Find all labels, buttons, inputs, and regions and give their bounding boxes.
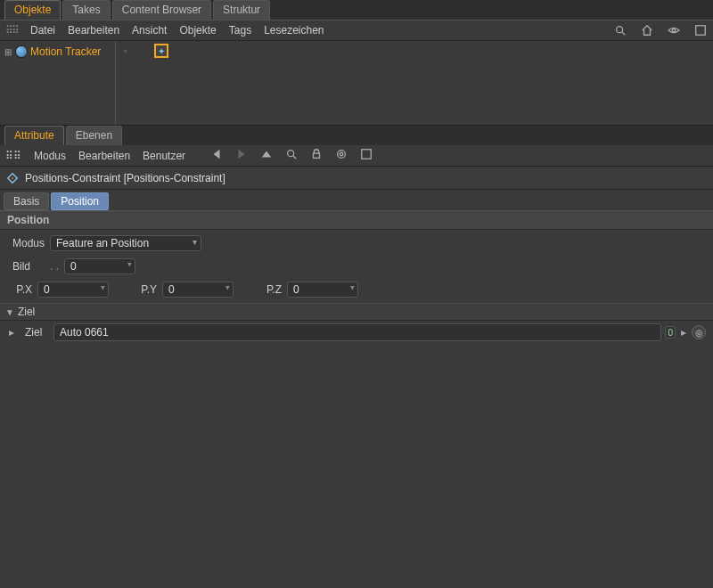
object-label: Motion Tracker bbox=[30, 45, 101, 58]
eye-icon[interactable] bbox=[667, 23, 681, 37]
section-position: Position bbox=[0, 210, 713, 230]
twisty-down-icon[interactable]: ▼ bbox=[5, 307, 14, 317]
lock-icon[interactable] bbox=[310, 148, 323, 163]
label-modus: Modus bbox=[7, 237, 45, 249]
back-icon[interactable] bbox=[210, 148, 223, 163]
tab-position[interactable]: Position bbox=[51, 192, 109, 210]
menu-bearbeiten[interactable]: Bearbeiten bbox=[78, 150, 130, 162]
layer-dot-icon[interactable]: ◦ bbox=[119, 45, 132, 57]
forward-icon[interactable] bbox=[235, 148, 248, 163]
constraint-icon bbox=[5, 171, 20, 185]
row-position-vector: P.X 0 P.Y 0 P.Z 0 bbox=[7, 280, 706, 299]
chevron-right-icon[interactable]: ▸ bbox=[679, 326, 688, 339]
attribute-inner-tabs: Basis Position bbox=[0, 190, 713, 210]
svg-point-4 bbox=[288, 151, 294, 157]
svg-point-2 bbox=[672, 29, 676, 32]
constraint-tag-icon[interactable]: ✦ bbox=[155, 45, 168, 57]
menu-benutzer[interactable]: Benutzer bbox=[143, 150, 185, 162]
grip-icon[interactable]: ⠿⠿ bbox=[5, 150, 21, 162]
expand-toggle-icon[interactable]: ⊞ bbox=[4, 47, 12, 57]
row-ziel: ▸ Ziel Auto 0661 0 ▸ ◎ bbox=[0, 321, 713, 344]
menu-modus[interactable]: Modus bbox=[34, 150, 66, 162]
menu-tags[interactable]: Tags bbox=[229, 24, 251, 37]
row-bild: Bild . . 0 bbox=[7, 257, 706, 276]
svg-point-7 bbox=[338, 151, 346, 159]
tab-takes[interactable]: Takes bbox=[62, 0, 110, 20]
attribute-menubar: ⠿⠿ Modus Bearbeiten Benutzer bbox=[0, 145, 713, 167]
menu-datei[interactable]: Datei bbox=[30, 24, 55, 37]
row-modus: Modus Feature an Position bbox=[7, 233, 706, 253]
ziel-link-field[interactable]: Auto 0661 bbox=[53, 323, 661, 341]
modus-dropdown[interactable]: Feature an Position bbox=[50, 235, 201, 251]
grip-icon[interactable]: ⠿⠿ bbox=[5, 24, 18, 37]
object-tree[interactable]: ⊞ Motion Tracker bbox=[0, 41, 116, 125]
up-icon[interactable] bbox=[260, 148, 273, 163]
tab-ebenen[interactable]: Ebenen bbox=[66, 126, 122, 145]
object-manager-body: ⊞ Motion Tracker ◦ ✦ bbox=[0, 41, 713, 126]
label-px: P.X bbox=[7, 283, 32, 296]
svg-rect-3 bbox=[696, 26, 706, 36]
maximize-icon[interactable] bbox=[360, 148, 373, 163]
menu-objekte[interactable]: Objekte bbox=[179, 24, 216, 37]
tab-attribute[interactable]: Attribute bbox=[4, 126, 64, 145]
expand-toggle-icon[interactable]: ▸ bbox=[7, 326, 16, 339]
svg-line-5 bbox=[293, 156, 297, 159]
attribute-title: Positions-Constraint [Positions-Constrai… bbox=[25, 172, 225, 184]
motion-tracker-icon bbox=[15, 45, 28, 58]
px-input[interactable]: 0 bbox=[37, 282, 109, 298]
ziel-count-badge: 0 bbox=[665, 326, 676, 339]
label-ziel: Ziel bbox=[20, 326, 50, 339]
section-ziel-header[interactable]: ▼ Ziel bbox=[0, 303, 713, 321]
object-manager-menubar: ⠿⠿ Datei Bearbeiten Ansicht Objekte Tags… bbox=[0, 20, 713, 41]
label-py: P.Y bbox=[132, 283, 157, 296]
object-tags-area[interactable]: ◦ ✦ bbox=[116, 41, 713, 125]
home-icon[interactable] bbox=[640, 23, 654, 37]
pz-input[interactable]: 0 bbox=[287, 282, 358, 298]
anim-dots-icon[interactable]: . . bbox=[50, 260, 59, 273]
svg-line-1 bbox=[622, 32, 626, 36]
tab-objekte[interactable]: Objekte bbox=[4, 0, 61, 20]
tab-basis[interactable]: Basis bbox=[4, 192, 49, 210]
svg-point-10 bbox=[12, 177, 13, 179]
section-ziel-label: Ziel bbox=[18, 306, 35, 318]
bild-input[interactable]: 0 bbox=[64, 258, 135, 274]
menu-bearbeiten[interactable]: Bearbeiten bbox=[68, 24, 119, 37]
svg-point-8 bbox=[340, 152, 343, 156]
tree-item-motion-tracker[interactable]: ⊞ Motion Tracker bbox=[4, 45, 111, 59]
label-bild: Bild bbox=[7, 260, 45, 273]
tab-struktur[interactable]: Struktur bbox=[213, 0, 270, 20]
object-manager-tabstrip: Objekte Takes Content Browser Struktur bbox=[0, 0, 713, 20]
svg-rect-6 bbox=[314, 153, 320, 158]
tab-content-browser[interactable]: Content Browser bbox=[112, 0, 211, 20]
target-icon[interactable] bbox=[335, 148, 348, 163]
label-pz: P.Z bbox=[257, 283, 282, 296]
search-icon[interactable] bbox=[285, 148, 298, 163]
menu-ansicht[interactable]: Ansicht bbox=[132, 24, 167, 37]
svg-point-0 bbox=[617, 27, 623, 33]
search-icon[interactable] bbox=[613, 23, 627, 37]
attribute-manager-tabstrip: Attribute Ebenen bbox=[0, 126, 713, 145]
pick-target-button[interactable]: ◎ bbox=[692, 325, 706, 339]
menu-lesezeichen[interactable]: Lesezeichen bbox=[264, 24, 324, 37]
svg-rect-9 bbox=[362, 150, 372, 159]
py-input[interactable]: 0 bbox=[162, 282, 234, 298]
maximize-icon[interactable] bbox=[693, 23, 708, 37]
attribute-header: Positions-Constraint [Positions-Constrai… bbox=[0, 167, 713, 190]
